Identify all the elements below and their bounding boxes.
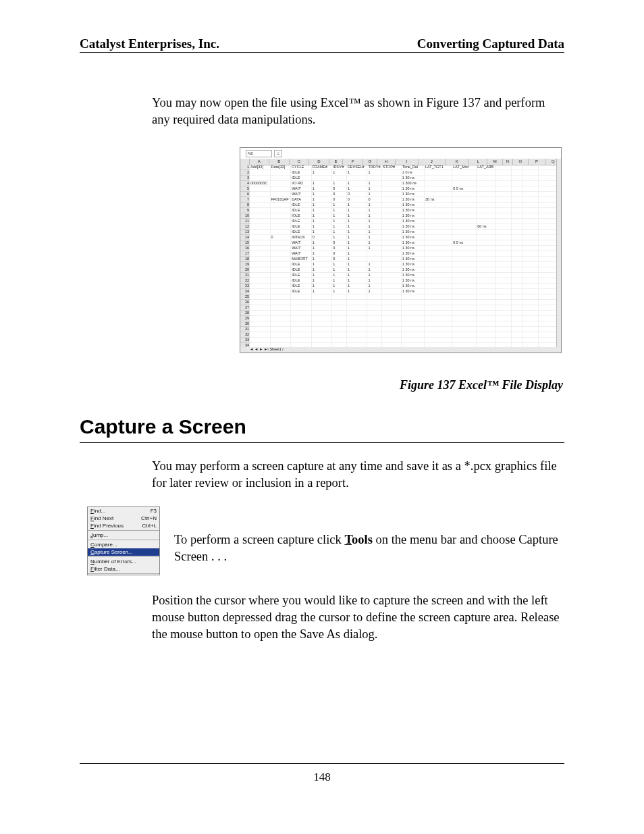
excel-cell: 0 [332, 197, 347, 202]
excel-cell [496, 230, 512, 234]
excel-cell [382, 219, 402, 224]
menu-separator [88, 530, 159, 531]
menu-item[interactable]: Filter Data... [88, 565, 159, 573]
excel-cell [539, 257, 557, 261]
excel-cell [477, 273, 496, 278]
excel-cell [271, 278, 292, 283]
excel-cell [332, 300, 347, 305]
excel-cell [382, 230, 402, 234]
menu-item[interactable]: Number of Errors... [88, 558, 159, 565]
excel-cell [271, 219, 292, 224]
excel-cell [452, 208, 477, 213]
excel-row-num: 17 [240, 251, 250, 257]
excel-cell [452, 316, 477, 321]
excel-cell: INTACK [291, 235, 312, 240]
excel-cell: 1 [367, 192, 382, 197]
menu-item-label: Find... [90, 507, 105, 515]
menu-item-label: Capture Screen... [90, 548, 133, 556]
excel-cell: 1 [367, 224, 382, 229]
excel-cell [382, 203, 402, 207]
excel-row-num: 11 [240, 219, 250, 224]
excel-cell [291, 321, 312, 326]
excel-cell [382, 224, 402, 229]
excel-row-num: 13 [240, 230, 250, 235]
excel-cell [332, 305, 347, 310]
excel-cell: MABORT [291, 257, 312, 261]
excel-cell: 0 0 ns [452, 240, 477, 245]
menu-item[interactable]: Find PreviousCtrl+L [88, 522, 159, 529]
excel-cell [347, 338, 368, 342]
excel-cell [496, 235, 512, 240]
excel-cell [523, 203, 539, 207]
table-row: IDLE11111 30 ns [250, 208, 557, 213]
footer-rule [80, 763, 564, 764]
excel-cell [452, 267, 477, 272]
excel-cell: 1 300 ns [402, 181, 425, 186]
excel-cell [425, 289, 452, 294]
excel-cell [271, 338, 292, 342]
excel-row-num: 8 [240, 203, 250, 208]
excel-cell [523, 284, 539, 288]
excel-cell [271, 246, 292, 251]
excel-cell [452, 257, 477, 261]
excel-cell: IDLE [291, 284, 312, 288]
excel-cell [512, 284, 522, 288]
menu-item[interactable]: Capture Screen... [88, 548, 159, 556]
excel-cell [425, 240, 452, 245]
menu-item[interactable]: System Memory Allocation [88, 575, 159, 575]
excel-cell [539, 186, 557, 191]
excel-cell: 1 [347, 181, 368, 186]
table-row: Add[32]Data[32]CYCLEFRAME#IRDY#DEVSEL#TR… [250, 165, 557, 170]
excel-cell [523, 235, 539, 240]
excel-cell: 1 30 ns [402, 176, 425, 180]
excel-cell: 1 [347, 240, 368, 245]
excel-cell [512, 224, 522, 229]
excel-cell: Add[32] [250, 165, 271, 170]
excel-row-num: 16 [240, 246, 250, 251]
excel-cell: 1 [332, 208, 347, 213]
table-row: IOLE11111 30 ns [250, 213, 557, 219]
excel-cell [367, 316, 382, 321]
excel-cell: 1 [312, 284, 333, 288]
menu-item[interactable]: Find NextCtrl+N [88, 515, 159, 522]
excel-cell [539, 203, 557, 207]
excel-cell [382, 246, 402, 251]
excel-cell [425, 305, 452, 310]
excel-cell [425, 311, 452, 315]
excel-cell: 1 30 ns [402, 230, 425, 234]
menu-item[interactable]: Jump... [88, 531, 159, 539]
excel-cell: 1 [367, 289, 382, 294]
excel-cell [425, 251, 452, 256]
excel-cell [539, 181, 557, 186]
excel-cell [452, 332, 477, 337]
excel-cell [496, 321, 512, 326]
excel-cell: 1 30 ns [402, 267, 425, 272]
excel-cell [382, 186, 402, 191]
excel-cell [250, 213, 271, 218]
excel-cell: 0000003C [250, 181, 271, 186]
excel-cell [477, 338, 496, 342]
menu-item-label: Jump... [90, 531, 108, 539]
section-rule [80, 442, 564, 443]
excel-cell: 1 [347, 224, 368, 229]
excel-cell [250, 305, 271, 310]
excel-cell: 1 [367, 186, 382, 191]
excel-cell [382, 257, 402, 261]
excel-cell [250, 321, 271, 326]
excel-cell: WAIT [291, 186, 312, 191]
excel-cell: 0 [332, 240, 347, 245]
table-row: IDLE11111 30 ns [250, 262, 557, 267]
excel-cell [271, 332, 292, 337]
excel-cell [271, 230, 292, 234]
excel-cell: 30 ns [425, 197, 452, 202]
menu-item[interactable]: Compare... [88, 541, 159, 548]
excel-cell [496, 192, 512, 197]
excel-cell [367, 311, 382, 315]
excel-cell [523, 192, 539, 197]
excel-cell [425, 338, 452, 342]
menu-item[interactable]: Find...F3 [88, 507, 159, 515]
excel-cell: 1 [347, 284, 368, 288]
excel-cell: 1 30 ns [402, 203, 425, 207]
excel-cell [367, 176, 382, 180]
excel-cell [523, 197, 539, 202]
